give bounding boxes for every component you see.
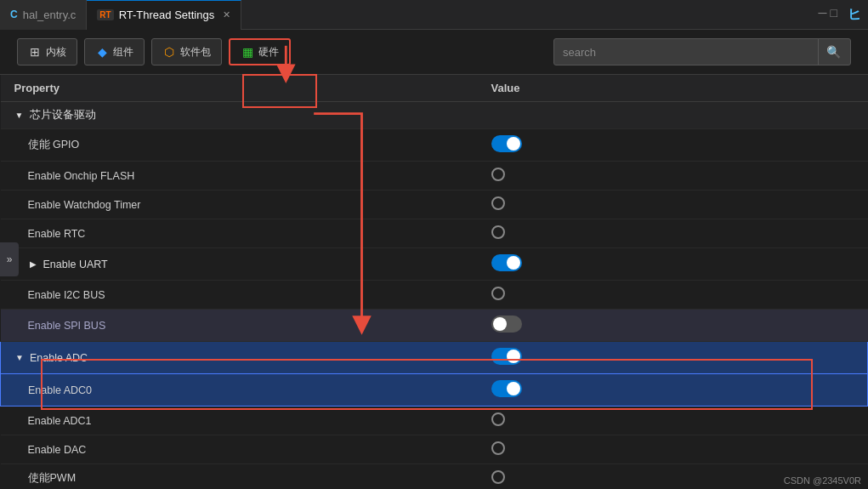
table-row: Enable ADC1	[1, 407, 868, 435]
group-chip-label: 芯片设备驱动	[30, 108, 96, 122]
search-container: 🔍	[553, 38, 851, 65]
table-row: Enable Onchip FLASH	[1, 162, 868, 190]
spi-thumb	[493, 317, 507, 331]
components-label: 组件	[113, 45, 133, 60]
spi-track[interactable]	[491, 316, 522, 333]
flash-value[interactable]	[478, 162, 868, 190]
uart-label[interactable]: Enable UART	[1, 248, 478, 281]
adc1-radio[interactable]	[491, 412, 505, 426]
adc1-value[interactable]	[478, 407, 868, 435]
sidebar-toggle[interactable]: »	[0, 242, 19, 276]
gpio-toggle[interactable]	[491, 135, 522, 152]
value-header: Value	[478, 75, 868, 102]
chevron-down-icon	[14, 111, 25, 120]
i2c-label: Enable I2C BUS	[1, 281, 478, 310]
adc0-label: Enable ADC0	[1, 374, 478, 407]
rtc-radio[interactable]	[491, 225, 505, 239]
flash-label: Enable Onchip FLASH	[1, 162, 478, 190]
adc-thumb	[507, 350, 520, 363]
watchdog-radio[interactable]	[491, 196, 505, 210]
adc-text: Enable ADC	[30, 352, 88, 364]
adc-toggle[interactable]	[491, 348, 522, 365]
pwm-radio[interactable]	[491, 470, 505, 484]
adc0-toggle[interactable]	[491, 380, 522, 397]
gpio-value[interactable]	[478, 129, 868, 162]
kernel-button[interactable]: ⊞ 内核	[17, 38, 77, 65]
property-header: Property	[1, 75, 478, 102]
dac-radio[interactable]	[491, 441, 505, 455]
table-row: Enable DAC	[1, 435, 868, 464]
table-row: Enable ADC0	[1, 374, 868, 407]
c-icon: C	[10, 9, 18, 20]
adc0-value[interactable]	[478, 374, 868, 407]
adc-track[interactable]	[491, 348, 522, 365]
hardware-button[interactable]: ▦ 硬件	[229, 38, 291, 65]
rtc-label: Enable RTC	[1, 219, 478, 248]
group-chip-drivers[interactable]: 芯片设备驱动	[1, 102, 868, 129]
flash-radio[interactable]	[491, 168, 505, 181]
adc0-track[interactable]	[491, 380, 522, 397]
adc-group-label[interactable]: Enable ADC	[1, 342, 478, 374]
uart-text: Enable UART	[43, 259, 108, 270]
i2c-value[interactable]	[478, 281, 868, 310]
components-button[interactable]: ◆ 组件	[84, 38, 145, 65]
brand-logo: ヒ	[848, 6, 861, 24]
tab-hal-entry-label: hal_entry.c	[23, 9, 77, 21]
rt-icon: RT	[97, 9, 113, 20]
adc0-thumb	[507, 382, 520, 395]
watermark: CSDN @2345V0R	[784, 475, 861, 486]
toolbar: ⊞ 内核 ◆ 组件 ⬡ 软件包 ▦ 硬件 🔍	[0, 30, 868, 75]
spi-toggle[interactable]	[491, 316, 522, 333]
table-container: Property Value 芯片设备驱动 使能 GPIO	[0, 75, 868, 489]
table-row: 使能 GPIO	[1, 129, 868, 162]
tab-rt-thread-label: RT-Thread Settings	[119, 9, 214, 21]
spi-label: Enable SPI BUS	[1, 310, 478, 342]
watchdog-value[interactable]	[478, 190, 868, 219]
spi-value[interactable]	[478, 310, 868, 342]
uart-value[interactable]	[478, 248, 868, 281]
table-row: 使能PWM	[1, 464, 868, 490]
minimize-icon[interactable]: ─	[819, 6, 827, 24]
gpio-track[interactable]	[491, 135, 522, 152]
dac-value[interactable]	[478, 435, 868, 464]
software-label: 软件包	[180, 45, 211, 60]
tab-hal-entry[interactable]: C hal_entry.c	[0, 0, 87, 30]
tab-rt-thread-settings[interactable]: RT RT-Thread Settings ✕	[87, 0, 241, 30]
table-header-row: Property Value	[1, 75, 868, 102]
components-icon: ◆	[95, 45, 109, 59]
chevron-down-icon	[14, 353, 25, 362]
table-row: Enable UART	[1, 248, 868, 281]
search-button[interactable]: 🔍	[818, 39, 848, 65]
dac-label: Enable DAC	[1, 435, 478, 464]
adc1-label: Enable ADC1	[1, 407, 478, 435]
table-row: Enable RTC	[1, 219, 868, 248]
table-row[interactable]: Enable ADC	[1, 342, 868, 374]
adc-group-value[interactable]	[478, 342, 868, 374]
kernel-icon: ⊞	[28, 45, 42, 59]
uart-toggle[interactable]	[491, 254, 522, 271]
i2c-radio[interactable]	[491, 287, 505, 300]
main-content: » ⊞ 内核 ◆ 组件 ⬡ 软件包 ▦ 硬件 🔍 Property	[0, 30, 868, 489]
hardware-label: 硬件	[258, 45, 279, 60]
pwm-label: 使能PWM	[1, 464, 478, 490]
table-row[interactable]: 芯片设备驱动	[1, 102, 868, 129]
uart-track[interactable]	[491, 254, 522, 271]
search-input[interactable]	[554, 39, 818, 65]
table-row: Enable SPI BUS	[1, 310, 868, 342]
chevron-right-icon	[28, 259, 38, 269]
hardware-icon: ▦	[241, 45, 254, 59]
gpio-label: 使能 GPIO	[1, 129, 478, 162]
restore-icon[interactable]: □	[831, 6, 837, 24]
rtc-value[interactable]	[478, 219, 868, 248]
gpio-thumb	[507, 137, 520, 151]
tab-bar: C hal_entry.c RT RT-Thread Settings ✕ ─ …	[0, 0, 868, 30]
table-row: Enable I2C BUS	[1, 281, 868, 310]
tab-close-icon[interactable]: ✕	[223, 9, 230, 20]
window-controls: ─ □ ヒ	[819, 6, 868, 24]
table-row: Enable Watchdog Timer	[1, 190, 868, 219]
kernel-label: 内核	[46, 45, 66, 60]
software-icon: ⬡	[162, 45, 176, 59]
uart-thumb	[507, 256, 520, 270]
watchdog-label: Enable Watchdog Timer	[1, 190, 478, 219]
software-button[interactable]: ⬡ 软件包	[151, 38, 222, 65]
